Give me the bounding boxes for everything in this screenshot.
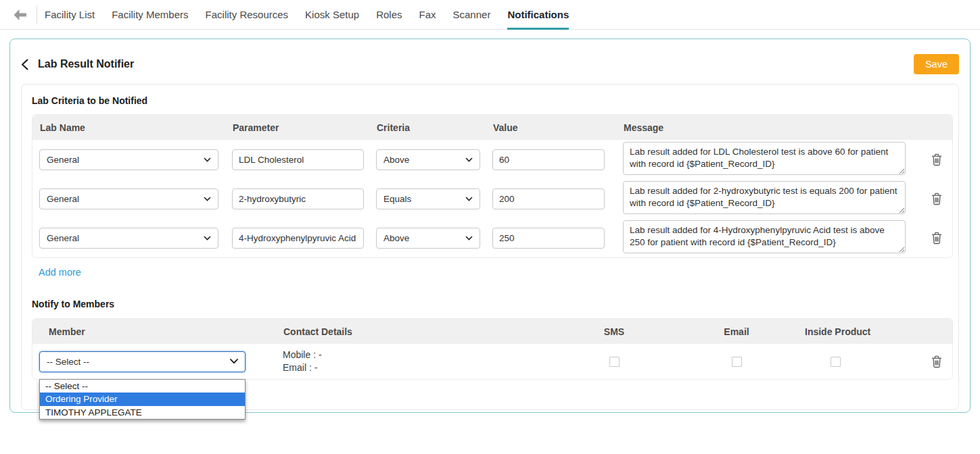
message-textarea[interactable]: Lab result added for 2-hydroxybutyric te… [623, 181, 906, 214]
facility-tabs: Facility List Facility Members Facility … [45, 0, 569, 30]
column-header-sms: SMS [560, 326, 668, 337]
delete-row-button[interactable] [930, 152, 943, 168]
column-header-criteria: Criteria [369, 122, 486, 133]
chevron-down-icon [465, 157, 473, 162]
title-row: Lab Result Notifier Save [10, 39, 970, 74]
member-selected-value: -- Select -- [47, 357, 89, 367]
tab-fax[interactable]: Fax [419, 0, 436, 30]
message-textarea[interactable]: Lab result added for LDL Cholesterol tes… [623, 142, 906, 175]
lab-criteria-section-title: Lab Criteria to be Notified [32, 95, 948, 106]
criteria-selected-value: Equals [383, 194, 411, 204]
column-header-contact-details: Contact Details [276, 326, 560, 337]
column-header-member: Member [32, 326, 276, 337]
inside-product-checkbox[interactable] [831, 357, 841, 367]
delete-row-button[interactable] [930, 191, 943, 207]
chevron-down-icon [204, 157, 211, 162]
tab-scanner[interactable]: Scanner [453, 0, 491, 30]
table-row: General Above Lab result added for LDL C… [32, 140, 952, 179]
criteria-selected-value: Above [383, 233, 409, 243]
chevron-down-icon [230, 359, 238, 364]
contact-mobile: Mobile : - [283, 349, 560, 361]
criteria-select[interactable]: Equals [376, 188, 480, 209]
notify-members-section-title: Notify to Members [32, 299, 948, 309]
lab-name-select[interactable]: General [39, 188, 218, 209]
save-button[interactable]: Save [914, 54, 959, 74]
lab-name-selected-value: General [47, 155, 79, 165]
back-arrow-icon[interactable] [12, 8, 28, 22]
criteria-selected-value: Above [383, 155, 409, 165]
tab-facility-list[interactable]: Facility List [45, 0, 95, 30]
chevron-down-icon [204, 197, 211, 201]
contact-details: Mobile : - Email : - [276, 349, 560, 374]
column-header-value: Value [486, 122, 616, 133]
trash-icon [931, 232, 942, 245]
lab-name-select[interactable]: General [39, 228, 218, 249]
topbar-divider [37, 5, 37, 24]
message-textarea[interactable]: Lab result added for 4-Hydroxyphenylpyru… [623, 220, 906, 253]
column-header-email: Email [668, 326, 805, 337]
value-input[interactable] [492, 188, 605, 209]
tab-facility-members[interactable]: Facility Members [112, 0, 188, 30]
trash-icon [931, 193, 942, 205]
table-row: General Above Lab result added for 4-Hyd… [32, 218, 952, 257]
lab-criteria-table: Lab Name Parameter Criteria Value Messag… [32, 114, 953, 258]
chevron-down-icon [465, 197, 473, 201]
trash-icon [931, 153, 942, 166]
lab-name-selected-value: General [47, 233, 79, 243]
page-title: Lab Result Notifier [38, 58, 134, 70]
lab-name-select[interactable]: General [39, 149, 218, 170]
dropdown-option-timothy-applegate[interactable]: TIMOTHY APPLEGATE [40, 406, 245, 420]
delete-row-button[interactable] [930, 230, 943, 246]
column-header-inside-product: Inside Product [805, 326, 866, 337]
tab-kiosk-setup[interactable]: Kiosk Setup [305, 0, 359, 30]
dropdown-option-ordering-provider[interactable]: Ordering Provider [40, 393, 245, 406]
dropdown-option-select[interactable]: -- Select -- [40, 380, 245, 393]
chevron-down-icon [204, 236, 211, 241]
trash-icon [931, 355, 942, 368]
contact-email: Email : - [283, 361, 560, 374]
value-input[interactable] [492, 149, 605, 170]
tab-facility-resources[interactable]: Facility Resources [206, 0, 289, 30]
parameter-input[interactable] [232, 149, 364, 170]
member-select[interactable]: -- Select -- [39, 351, 246, 372]
lab-criteria-table-header: Lab Name Parameter Criteria Value Messag… [32, 115, 952, 140]
delete-member-row-button[interactable] [930, 354, 943, 370]
email-checkbox[interactable] [732, 357, 742, 367]
parameter-input[interactable] [232, 228, 364, 249]
parameter-input[interactable] [232, 188, 364, 209]
back-chevron-icon[interactable] [21, 59, 29, 70]
column-header-parameter: Parameter [225, 122, 369, 133]
notifier-card: Lab Criteria to be Notified Lab Name Par… [21, 84, 959, 410]
table-row: -- Select -- -- Select -- Ordering Provi… [32, 344, 952, 379]
notify-members-table: Member Contact Details SMS Email Inside … [32, 318, 953, 380]
value-input[interactable] [492, 228, 605, 249]
sms-checkbox[interactable] [609, 357, 620, 367]
column-header-message: Message [616, 122, 914, 133]
table-row: General Equals Lab result added for 2-hy… [32, 179, 952, 218]
member-dropdown-list: -- Select -- Ordering Provider TIMOTHY A… [39, 379, 246, 420]
lab-name-selected-value: General [47, 194, 79, 204]
lab-result-notifier-panel: Lab Result Notifier Save Lab Criteria to… [9, 39, 971, 413]
chevron-down-icon [465, 236, 473, 241]
add-more-link[interactable]: Add more [39, 267, 81, 278]
criteria-select[interactable]: Above [376, 228, 480, 249]
tab-notifications[interactable]: Notifications [507, 0, 569, 30]
criteria-select[interactable]: Above [376, 149, 480, 170]
tab-roles[interactable]: Roles [376, 0, 402, 30]
notify-members-table-header: Member Contact Details SMS Email Inside … [32, 319, 952, 344]
column-header-lab-name: Lab Name [32, 122, 225, 133]
top-navigation-bar: Facility List Facility Members Facility … [0, 0, 980, 30]
